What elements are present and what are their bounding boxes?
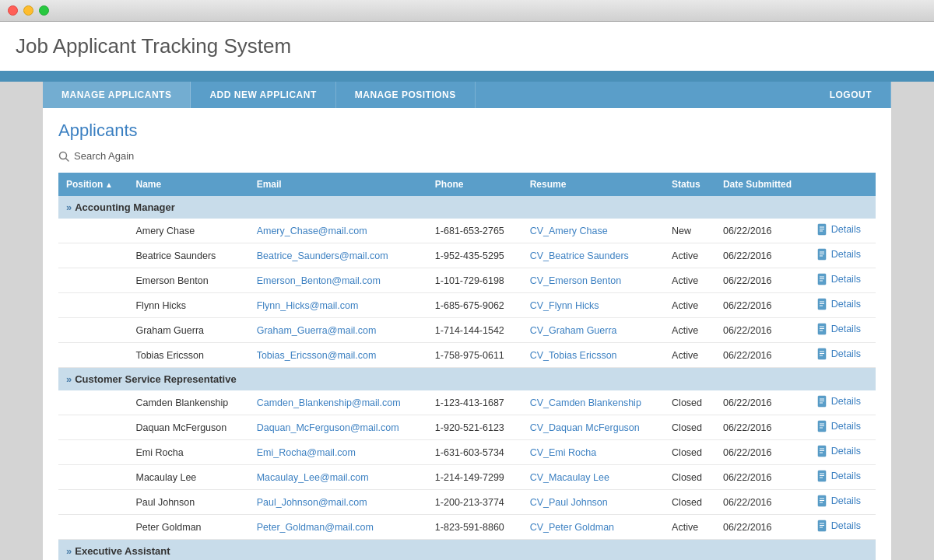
group-row-accounting-manager[interactable]: »Accounting Manager: [58, 196, 876, 219]
blue-strip: [0, 74, 934, 82]
details-button[interactable]: Details: [817, 420, 861, 432]
resume-link[interactable]: CV_Graham Guerra: [530, 325, 617, 336]
minimize-button[interactable]: [23, 5, 33, 16]
details-button[interactable]: Details: [817, 520, 861, 532]
resume-link[interactable]: CV_Macaulay Lee: [530, 472, 609, 483]
resume-link[interactable]: CV_Emi Rocha: [530, 447, 596, 458]
cell-resume: CV_Macaulay Lee: [522, 465, 664, 490]
cell-date: 06/22/2016: [715, 515, 809, 540]
cell-date: 06/22/2016: [715, 318, 809, 343]
nav-add-new-applicant[interactable]: ADD NEW APPLICANT: [191, 82, 335, 108]
cell-phone: 1-200-213-3774: [427, 490, 522, 515]
close-button[interactable]: [8, 5, 18, 16]
resume-link[interactable]: CV_Tobias Ericsson: [530, 350, 617, 361]
cell-status: Active: [664, 318, 715, 343]
cell-name: Tobias Ericsson: [128, 343, 248, 368]
cell-name: Amery Chase: [128, 219, 248, 243]
cell-resume: CV_Paul Johnson: [522, 490, 664, 515]
resume-link[interactable]: CV_Flynn Hicks: [530, 300, 599, 311]
cell-status: Active: [664, 293, 715, 318]
col-position[interactable]: Position: [58, 173, 128, 196]
resume-link[interactable]: CV_Beatrice Saunders: [530, 250, 629, 261]
document-icon: [817, 323, 828, 335]
email-link[interactable]: Emi_Rocha@mail.com: [257, 447, 356, 458]
email-link[interactable]: Graham_Guerra@mail.com: [257, 325, 377, 336]
cell-name: Emi Rocha: [128, 440, 248, 465]
email-link[interactable]: Tobias_Ericsson@mail.com: [257, 350, 377, 361]
cell-phone: 1-631-603-5734: [427, 440, 522, 465]
cell-position: [58, 293, 128, 318]
resume-link[interactable]: CV_Camden Blankenship: [530, 397, 641, 408]
email-link[interactable]: Camden_Blankenship@mail.com: [257, 397, 401, 408]
details-button[interactable]: Details: [817, 323, 861, 335]
col-actions: [809, 173, 876, 196]
details-button[interactable]: Details: [817, 298, 861, 310]
page-content: Applicants Search Again Position Name Em…: [43, 108, 891, 560]
cell-phone: 1-681-653-2765: [427, 219, 522, 243]
cell-email: Paul_Johnson@mail.com: [249, 490, 427, 515]
table-row: Graham Guerra Graham_Guerra@mail.com 1-7…: [58, 318, 876, 343]
nav-logout[interactable]: LOGOUT: [811, 82, 891, 108]
cell-date: 06/22/2016: [715, 440, 809, 465]
cell-resume: CV_Emerson Benton: [522, 268, 664, 293]
cell-status: Closed: [664, 390, 715, 415]
document-icon: [817, 298, 828, 310]
document-icon: [817, 348, 828, 360]
nav-manage-applicants[interactable]: MANAGE APPLICANTS: [43, 82, 191, 108]
cell-date: 06/22/2016: [715, 490, 809, 515]
email-link[interactable]: Emerson_Benton@mail.com: [257, 275, 381, 286]
email-link[interactable]: Daquan_McFerguson@mail.com: [257, 422, 399, 433]
document-icon: [817, 223, 828, 236]
nav-manage-positions[interactable]: MANAGE POSITIONS: [336, 82, 476, 108]
document-icon: [817, 248, 828, 261]
group-row-customer-service-rep[interactable]: »Customer Service Representative: [58, 368, 876, 391]
table-row: Emerson Benton Emerson_Benton@mail.com 1…: [58, 268, 876, 293]
cell-email: Macaulay_Lee@mail.com: [249, 465, 427, 490]
resume-link[interactable]: CV_Daquan McFerguson: [530, 422, 640, 433]
email-link[interactable]: Amery_Chase@mail.com: [257, 226, 367, 236]
document-icon: [817, 470, 828, 482]
cell-date: 06/22/2016: [715, 465, 809, 490]
resume-link[interactable]: CV_Amery Chase: [530, 226, 608, 236]
email-link[interactable]: Peter_Goldman@mail.com: [257, 522, 374, 533]
email-link[interactable]: Flynn_Hicks@mail.com: [257, 300, 359, 311]
details-button[interactable]: Details: [817, 248, 861, 261]
col-resume: Resume: [522, 173, 664, 196]
details-button[interactable]: Details: [817, 223, 861, 236]
cell-email: Emi_Rocha@mail.com: [249, 440, 427, 465]
col-name: Name: [128, 173, 248, 196]
cell-resume: CV_Peter Goldman: [522, 515, 664, 540]
document-icon: [817, 395, 828, 408]
cell-details: Details: [809, 390, 876, 415]
details-button[interactable]: Details: [817, 273, 861, 285]
search-again-link[interactable]: Search Again: [58, 150, 876, 162]
details-button[interactable]: Details: [817, 445, 861, 457]
email-link[interactable]: Beatrice_Saunders@mail.com: [257, 250, 388, 261]
maximize-button[interactable]: [39, 5, 49, 16]
email-link[interactable]: Macaulay_Lee@mail.com: [257, 472, 369, 483]
svg-line-1: [66, 158, 69, 161]
details-button[interactable]: Details: [817, 348, 861, 360]
email-link[interactable]: Paul_Johnson@mail.com: [257, 497, 367, 508]
cell-date: 06/22/2016: [715, 390, 809, 415]
details-button[interactable]: Details: [817, 395, 861, 408]
table-row: Amery Chase Amery_Chase@mail.com 1-681-6…: [58, 219, 876, 243]
details-button[interactable]: Details: [817, 495, 861, 507]
resume-link[interactable]: CV_Emerson Benton: [530, 275, 621, 286]
cell-email: Emerson_Benton@mail.com: [249, 268, 427, 293]
resume-link[interactable]: CV_Peter Goldman: [530, 522, 614, 533]
resume-link[interactable]: CV_Paul Johnson: [530, 497, 608, 508]
group-label: Executive Assistant: [75, 545, 170, 557]
group-label: Accounting Manager: [75, 201, 175, 213]
cell-resume: CV_Beatrice Saunders: [522, 243, 664, 268]
group-row-executive-assistant[interactable]: »Executive Assistant: [58, 540, 876, 561]
details-button[interactable]: Details: [817, 470, 861, 482]
nav-bar: MANAGE APPLICANTS ADD NEW APPLICANT MANA…: [43, 82, 891, 108]
outer-wrapper: MANAGE APPLICANTS ADD NEW APPLICANT MANA…: [43, 82, 891, 560]
cell-details: Details: [809, 243, 876, 268]
cell-status: Closed: [664, 415, 715, 440]
table-row: Macaulay Lee Macaulay_Lee@mail.com 1-214…: [58, 465, 876, 490]
cell-position: [58, 390, 128, 415]
cell-details: Details: [809, 440, 876, 465]
cell-email: Daquan_McFerguson@mail.com: [249, 415, 427, 440]
